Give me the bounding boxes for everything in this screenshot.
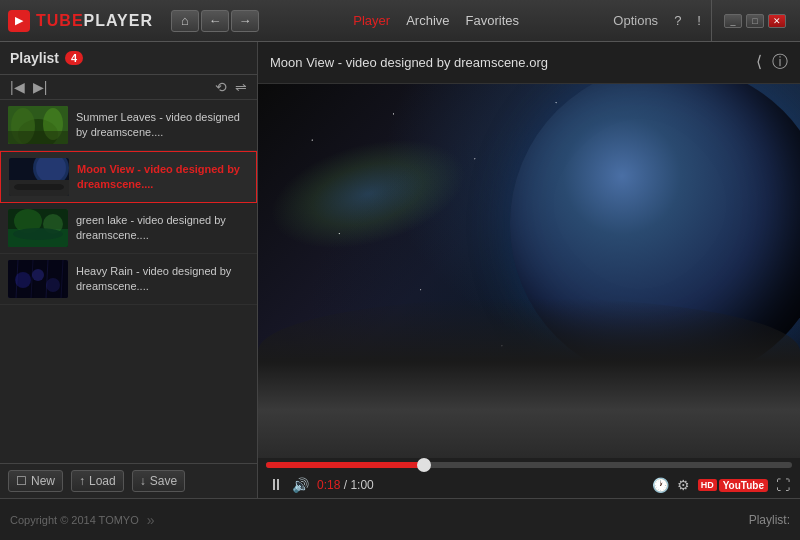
progress-thumb[interactable] xyxy=(417,458,431,472)
new-label: New xyxy=(31,474,55,488)
help-label[interactable]: ? xyxy=(674,13,681,28)
playlist-item-title: Heavy Rain - video designed by dreamscen… xyxy=(76,264,249,295)
share-icon[interactable]: ⟨ xyxy=(756,52,762,73)
playlist-item-title: Summer Leaves - video designed by dreams… xyxy=(76,110,249,141)
logo-text: TUBEPLAYER xyxy=(36,12,153,30)
fullscreen-button[interactable]: ⛶ xyxy=(776,477,790,493)
logo-suffix: PLAYER xyxy=(84,12,153,29)
minimize-button[interactable]: _ xyxy=(724,14,742,28)
sidebar: Playlist 4 |◀ ▶| ⟲ ⇌ xyxy=(0,42,258,498)
svg-point-14 xyxy=(13,228,63,240)
save-label: Save xyxy=(150,474,177,488)
playlist-header: Playlist 4 xyxy=(0,42,257,75)
video-header-actions: ⟨ ⓘ xyxy=(756,52,788,73)
options-label[interactable]: Options xyxy=(613,13,658,28)
right-controls: Options ? ! _ □ ✕ xyxy=(613,0,800,42)
player-controls: ⏸ 🔊 0:18 / 1:00 🕐 ⚙ HD YouTube ⛶ xyxy=(258,458,800,498)
svg-rect-9 xyxy=(14,184,64,190)
logo-prefix: TUBE xyxy=(36,12,84,29)
video-title: Moon View - video designed by dreamscene… xyxy=(270,55,548,70)
volume-button[interactable]: 🔊 xyxy=(292,477,309,493)
video-frame[interactable] xyxy=(258,84,800,458)
maximize-button[interactable]: □ xyxy=(746,14,764,28)
hd-badge: HD xyxy=(698,479,717,491)
home-button[interactable]: ⌂ xyxy=(171,10,199,32)
video-header: Moon View - video designed by dreamscene… xyxy=(258,42,800,84)
playlist-label: Playlist: xyxy=(749,513,790,527)
content-area: Moon View - video designed by dreamscene… xyxy=(258,42,800,498)
save-icon: ↓ xyxy=(140,474,146,488)
playlist-item-info: green lake - video designed by dreamscen… xyxy=(76,213,249,244)
progress-bar-container[interactable] xyxy=(258,458,800,472)
playlist-item[interactable]: green lake - video designed by dreamscen… xyxy=(0,203,257,254)
new-icon: ☐ xyxy=(16,474,27,488)
window-controls: _ □ ✕ xyxy=(711,0,792,42)
playlist-item[interactable]: Summer Leaves - video designed by dreams… xyxy=(0,100,257,151)
time-current: 0:18 xyxy=(317,478,340,492)
svg-point-17 xyxy=(32,269,44,281)
svg-rect-4 xyxy=(8,131,68,144)
load-icon: ↑ xyxy=(79,474,85,488)
playlist-item-title: green lake - video designed by dreamscen… xyxy=(76,213,249,244)
thumbnail-summer xyxy=(8,106,68,144)
load-label: Load xyxy=(89,474,116,488)
time-display: 0:18 / 1:00 xyxy=(317,478,374,492)
playlist-item[interactable]: Moon View - video designed by dreamscene… xyxy=(0,151,257,203)
load-button[interactable]: ↑ Load xyxy=(71,470,124,492)
thumbnail-lake xyxy=(8,209,68,247)
skip-forward-button[interactable]: ▶| xyxy=(33,79,48,95)
progress-fill xyxy=(266,462,424,468)
shuffle-button[interactable]: ⇌ xyxy=(235,79,247,95)
info-label[interactable]: ! xyxy=(697,13,701,28)
controls-row: ⏸ 🔊 0:18 / 1:00 🕐 ⚙ HD YouTube ⛶ xyxy=(258,472,800,498)
options-area: Options ? ! xyxy=(613,13,701,28)
menu-player[interactable]: Player xyxy=(353,13,390,28)
pause-button[interactable]: ⏸ xyxy=(268,476,284,494)
skip-back-button[interactable]: |◀ xyxy=(10,79,25,95)
nav-buttons: ⌂ ← → xyxy=(171,10,259,32)
youtube-icon[interactable]: YouTube xyxy=(719,479,768,492)
video-background xyxy=(258,84,800,458)
title-bar: ▶ TUBEPLAYER ⌂ ← → Player Archive Favori… xyxy=(0,0,800,42)
playlist-item-title: Moon View - video designed by dreamscene… xyxy=(77,162,248,193)
copyright-text: Copyright © 2014 TOMYO xyxy=(10,514,139,526)
main-layout: Playlist 4 |◀ ▶| ⟲ ⇌ xyxy=(0,42,800,498)
moon-surface-visual xyxy=(258,298,800,458)
playlist-item-info: Moon View - video designed by dreamscene… xyxy=(77,162,248,193)
menu-archive[interactable]: Archive xyxy=(406,13,449,28)
info-icon[interactable]: ⓘ xyxy=(772,52,788,73)
playlist-items: Summer Leaves - video designed by dreams… xyxy=(0,100,257,463)
thumbnail-moon xyxy=(9,158,69,196)
new-button[interactable]: ☐ New xyxy=(8,470,63,492)
close-button[interactable]: ✕ xyxy=(768,14,786,28)
playlist-title: Playlist xyxy=(10,50,59,66)
progress-track[interactable] xyxy=(266,462,792,468)
clock-icon[interactable]: 🕐 xyxy=(652,477,669,493)
forward-button[interactable]: → xyxy=(231,10,259,32)
playlist-item-info: Summer Leaves - video designed by dreams… xyxy=(76,110,249,141)
logo-area: ▶ TUBEPLAYER ⌂ ← → xyxy=(0,10,259,32)
playlist-item-info: Heavy Rain - video designed by dreamscen… xyxy=(76,264,249,295)
play-logo-icon: ▶ xyxy=(8,10,30,32)
sidebar-footer: ☐ New ↑ Load ↓ Save xyxy=(0,463,257,498)
time-total: 1:00 xyxy=(350,478,373,492)
playlist-controls: |◀ ▶| ⟲ ⇌ xyxy=(0,75,257,100)
repeat-button[interactable]: ⟲ xyxy=(215,79,227,95)
settings-button[interactable]: ⚙ xyxy=(677,477,690,493)
menu-favorites[interactable]: Favorites xyxy=(466,13,519,28)
youtube-logo: HD YouTube xyxy=(698,479,768,492)
expand-icon[interactable]: » xyxy=(147,512,155,528)
playlist-item[interactable]: Heavy Rain - video designed by dreamscen… xyxy=(0,254,257,305)
back-button[interactable]: ← xyxy=(201,10,229,32)
save-button[interactable]: ↓ Save xyxy=(132,470,185,492)
menu-bar: Player Archive Favorites xyxy=(341,13,531,28)
controls-right: 🕐 ⚙ HD YouTube ⛶ xyxy=(652,477,790,493)
status-bar: Copyright © 2014 TOMYO » Playlist: xyxy=(0,498,800,540)
svg-point-18 xyxy=(46,278,60,292)
thumbnail-rain xyxy=(8,260,68,298)
playlist-badge: 4 xyxy=(65,51,83,65)
